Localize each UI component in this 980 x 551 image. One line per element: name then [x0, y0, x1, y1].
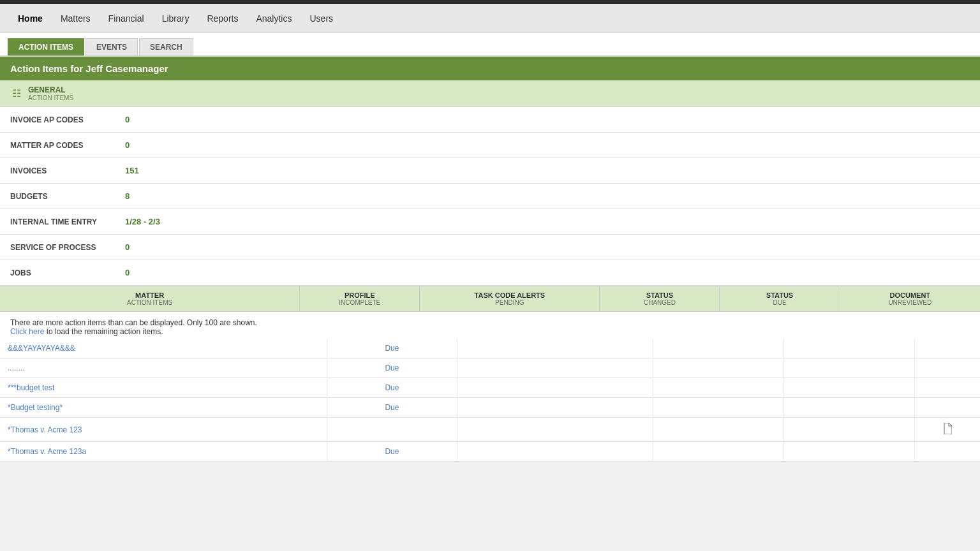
status-changed-cell — [653, 418, 784, 442]
action-item-label: SERVICE OF PROCESS — [10, 243, 125, 252]
main-nav: HomeMattersFinancialLibraryReportsAnalyt… — [0, 4, 980, 33]
action-item-row: BUDGETS8 — [0, 184, 980, 209]
document-cell — [915, 378, 980, 398]
status-due-cell — [784, 442, 915, 462]
action-item-value: 1/28 - 2/3 — [125, 217, 160, 226]
th-main: PROFILE — [308, 291, 412, 299]
table-header-cell: PROFILEINCOMPLETE — [300, 286, 420, 311]
action-item-value: 0 — [125, 268, 130, 277]
task-cell — [457, 339, 653, 358]
section-title: Action Items for Jeff Casemanager — [10, 63, 168, 74]
table-row: *Thomas v. Acme 123 — [0, 418, 980, 442]
status-due-cell — [784, 378, 915, 398]
table-header-cell: STATUSDUE — [720, 286, 840, 311]
profile-link[interactable]: Due — [385, 447, 399, 456]
action-item-label: INVOICES — [10, 166, 125, 175]
status-changed-cell — [653, 442, 784, 462]
nav-item-users[interactable]: Users — [302, 8, 341, 29]
th-sub: PENDING — [427, 299, 591, 306]
table-header-cell: DOCUMENTUNREVIEWED — [840, 286, 980, 311]
general-icon: ☷ — [10, 87, 23, 100]
status-changed-cell — [653, 378, 784, 398]
action-item-label: JOBS — [10, 268, 125, 277]
matter-link[interactable]: *Thomas v. Acme 123a — [8, 447, 86, 456]
task-cell — [457, 418, 653, 442]
nav-item-analytics[interactable]: Analytics — [248, 8, 299, 29]
nav-item-financial[interactable]: Financial — [101, 8, 152, 29]
section-header: Action Items for Jeff Casemanager — [0, 57, 980, 80]
document-cell — [915, 398, 980, 418]
action-item-label: INTERNAL TIME ENTRY — [10, 217, 125, 226]
action-item-row: INTERNAL TIME ENTRY1/28 - 2/3 — [0, 209, 980, 235]
notice-area: There are more action items than can be … — [0, 312, 980, 339]
matter-link[interactable]: ........ — [8, 364, 25, 372]
action-item-label: BUDGETS — [10, 192, 125, 201]
tab-search[interactable]: SEARCH — [139, 38, 193, 55]
table-header-cell: MATTERACTION ITEMS — [0, 286, 300, 311]
general-title: GENERAL — [28, 85, 73, 94]
document-cell — [915, 418, 980, 442]
action-items-table: &&&YAYAYAYA&&&Due........Due***budget te… — [0, 339, 980, 462]
tab-events[interactable]: EVENTS — [85, 38, 138, 55]
matter-link[interactable]: *Budget testing* — [8, 403, 63, 412]
table-header-cell: STATUSCHANGED — [600, 286, 720, 311]
action-item-row: INVOICES151 — [0, 158, 980, 184]
general-subtitle: ACTION ITEMS — [28, 94, 73, 101]
status-changed-cell — [653, 398, 784, 418]
nav-item-reports[interactable]: Reports — [199, 8, 246, 29]
profile-link[interactable]: Due — [385, 383, 399, 392]
matter-link[interactable]: *Thomas v. Acme 123 — [8, 425, 82, 434]
tab-action-items[interactable]: ACTION ITEMS — [8, 38, 84, 55]
action-item-row: MATTER AP CODES0 — [0, 133, 980, 158]
general-header-text: GENERAL ACTION ITEMS — [28, 85, 73, 101]
document-icon[interactable] — [943, 427, 952, 436]
status-due-cell — [784, 418, 915, 442]
th-sub: DUE — [727, 299, 831, 306]
action-item-row: SERVICE OF PROCESS0 — [0, 235, 980, 260]
nav-item-library[interactable]: Library — [154, 8, 197, 29]
load-more-link[interactable]: Click here — [10, 327, 44, 336]
notice-link-suffix: to load the remaining action items. — [44, 327, 163, 336]
action-item-value: 0 — [125, 140, 130, 150]
nav-item-home[interactable]: Home — [10, 8, 50, 29]
th-sub: INCOMPLETE — [308, 299, 412, 306]
table-row: ***budget testDue — [0, 378, 980, 398]
th-main: DOCUMENT — [848, 291, 972, 299]
document-cell — [915, 442, 980, 462]
task-cell — [457, 398, 653, 418]
profile-link[interactable]: Due — [385, 364, 399, 372]
table-header-cell: TASK CODE ALERTSPENDING — [420, 286, 600, 311]
th-sub: CHANGED — [607, 299, 711, 306]
status-changed-cell — [653, 358, 784, 378]
action-item-value: 8 — [125, 191, 130, 201]
table-row: *Thomas v. Acme 123aDue — [0, 442, 980, 462]
status-changed-cell — [653, 339, 784, 358]
nav-item-matters[interactable]: Matters — [53, 8, 98, 29]
action-item-label: MATTER AP CODES — [10, 141, 125, 150]
task-cell — [457, 378, 653, 398]
action-item-row: JOBS0 — [0, 260, 980, 286]
action-item-label: INVOICE AP CODES — [10, 115, 125, 124]
table-header: MATTERACTION ITEMSPROFILEINCOMPLETETASK … — [0, 286, 980, 312]
table-row: ........Due — [0, 358, 980, 378]
profile-link[interactable]: Due — [385, 344, 399, 353]
matter-link[interactable]: &&&YAYAYAYA&&& — [8, 344, 75, 353]
notice-link-line: Click here to load the remaining action … — [10, 327, 970, 336]
matter-link[interactable]: ***budget test — [8, 383, 54, 392]
general-section-header: ☷ GENERAL ACTION ITEMS — [0, 80, 980, 107]
th-main: STATUS — [607, 291, 711, 299]
task-cell — [457, 442, 653, 462]
main-content: ACTION ITEMSEVENTSSEARCH Action Items fo… — [0, 33, 980, 462]
profile-link[interactable]: Due — [385, 403, 399, 412]
document-cell — [915, 358, 980, 378]
action-item-value: 0 — [125, 242, 130, 252]
status-due-cell — [784, 398, 915, 418]
th-sub: UNREVIEWED — [848, 299, 972, 306]
th-sub: ACTION ITEMS — [8, 299, 292, 306]
table-row: *Budget testing*Due — [0, 398, 980, 418]
action-item-value: 0 — [125, 115, 130, 124]
notice-text: There are more action items than can be … — [10, 318, 970, 327]
action-items-list: INVOICE AP CODES0MATTER AP CODES0INVOICE… — [0, 107, 980, 286]
task-cell — [457, 358, 653, 378]
th-main: TASK CODE ALERTS — [427, 291, 591, 299]
